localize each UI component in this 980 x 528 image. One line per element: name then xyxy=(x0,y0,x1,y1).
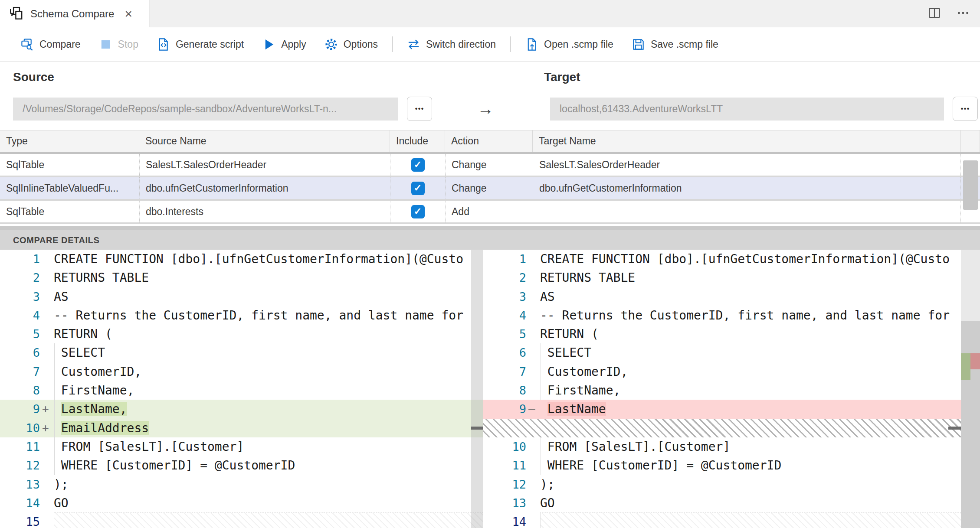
code-text: LastName, xyxy=(54,400,483,418)
diff-added-line[interactable]: 9+ LastName, xyxy=(0,400,483,418)
diff-code-line[interactable]: 12 WHERE [CustomerID] = @CustomerID xyxy=(0,456,483,475)
diff-code-line[interactable]: 10 FROM [SalesLT].[Customer] xyxy=(483,437,961,456)
diff-code-line[interactable]: 14GO xyxy=(0,494,483,512)
code-text: RETURN ( xyxy=(540,325,961,343)
cell-source-name: dbo.Interests xyxy=(139,201,390,222)
column-header-target-name[interactable]: Target Name xyxy=(533,130,961,152)
code-text: SELECT xyxy=(540,343,961,362)
table-row[interactable]: SqlTabledbo.Interests✓Add xyxy=(0,201,980,224)
split-editor-icon[interactable] xyxy=(927,6,942,22)
column-header-include[interactable]: Include xyxy=(390,130,445,152)
diff-marker xyxy=(40,306,54,325)
cell-include: ✓ xyxy=(390,154,445,176)
table-vertical-scrollbar[interactable] xyxy=(963,160,978,210)
target-path-input[interactable]: localhost,61433.AdventureWorksLTT xyxy=(550,98,944,121)
line-number: 3 xyxy=(0,287,40,306)
diff-code-line[interactable]: 7 CustomerID, xyxy=(483,362,961,381)
code-text: CustomerID, xyxy=(54,362,483,381)
diff-marker xyxy=(40,362,54,381)
editor-actions xyxy=(927,0,970,27)
tab-schema-compare[interactable]: Schema Compare × xyxy=(0,0,150,27)
diff-code-line[interactable]: 3AS xyxy=(0,287,483,306)
cell-source-name: SalesLT.SalesOrderHeader xyxy=(139,154,390,176)
code-text: FROM [SalesLT].[Customer] xyxy=(54,437,483,456)
diff-added-line[interactable]: 10+ EmailAddress xyxy=(0,419,483,437)
cell-include: ✓ xyxy=(390,177,445,199)
code-text: WHERE [CustomerID] = @CustomerID xyxy=(54,456,483,475)
toolbar-apply-button[interactable]: Apply xyxy=(253,27,315,61)
diff-target-pane[interactable]: 1CREATE FUNCTION [dbo].[ufnGetCustomerIn… xyxy=(483,250,961,528)
compare-details-header[interactable]: COMPARE DETAILS xyxy=(0,231,980,250)
diff-removed-line[interactable]: 9– LastName xyxy=(483,400,961,418)
diff-marker xyxy=(40,475,54,494)
close-icon[interactable]: × xyxy=(125,7,132,20)
diff-code-line[interactable]: 5RETURN ( xyxy=(483,325,961,343)
diff-code-line[interactable]: 1CREATE FUNCTION [dbo].[ufnGetCustomerIn… xyxy=(0,250,483,268)
line-number: 13 xyxy=(483,494,526,512)
line-number: 5 xyxy=(0,325,40,343)
diff-code-line[interactable]: 4-- Returns the CustomerID, first name, … xyxy=(483,306,961,325)
diff-overview-ruler[interactable] xyxy=(961,250,980,528)
source-path-input[interactable]: /Volumes/Storage/CodeRepos/sample-sandbo… xyxy=(13,98,398,121)
diff-code-line[interactable]: 4-- Returns the CustomerID, first name, … xyxy=(0,306,483,325)
toolbar-open-scmp-button[interactable]: Open .scmp file xyxy=(516,27,623,61)
diff-marker xyxy=(526,325,540,343)
diff-marker xyxy=(526,437,540,456)
include-checkbox[interactable]: ✓ xyxy=(411,205,425,218)
diff-code-line[interactable]: 7 CustomerID, xyxy=(0,362,483,381)
diff-code-line[interactable]: 6 SELECT xyxy=(483,343,961,362)
diff-code-line[interactable]: 11 FROM [SalesLT].[Customer] xyxy=(0,437,483,456)
toolbar-compare-button[interactable]: Compare xyxy=(11,27,90,61)
line-number: 5 xyxy=(483,325,526,343)
diff-code-line[interactable]: 2RETURNS TABLE xyxy=(0,268,483,287)
diff-code-line[interactable]: 2RETURNS TABLE xyxy=(483,268,961,287)
diff-code-line[interactable]: 13); xyxy=(0,475,483,494)
code-text: ); xyxy=(540,475,961,494)
overview-ruler-thumb[interactable] xyxy=(961,321,980,528)
line-number: 14 xyxy=(483,512,526,528)
table-row[interactable]: SqlInlineTableValuedFu...dbo.ufnGetCusto… xyxy=(0,177,980,201)
diff-code-line[interactable]: 13GO xyxy=(483,494,961,512)
diff-source-pane[interactable]: 1CREATE FUNCTION [dbo].[ufnGetCustomerIn… xyxy=(0,250,483,528)
diff-code-line[interactable]: 14 xyxy=(483,512,961,528)
diff-code-line[interactable]: 6 SELECT xyxy=(0,343,483,362)
include-checkbox[interactable]: ✓ xyxy=(411,158,425,172)
code-text: WHERE [CustomerID] = @CustomerID xyxy=(540,456,961,475)
diff-code-line[interactable]: 3AS xyxy=(483,287,961,306)
diff-marker xyxy=(526,456,540,475)
diff-marker xyxy=(526,512,540,528)
diff-code-line[interactable]: 15 xyxy=(0,512,483,528)
table-row[interactable]: SqlTableSalesLT.SalesOrderHeader✓ChangeS… xyxy=(0,154,980,177)
open-file-icon xyxy=(525,38,538,51)
line-number: 8 xyxy=(483,381,526,400)
code-text: -- Returns the CustomerID, first name, a… xyxy=(540,306,961,325)
diff-code-line[interactable]: 1CREATE FUNCTION [dbo].[ufnGetCustomerIn… xyxy=(483,250,961,268)
toolbar-stop-button: Stop xyxy=(90,27,147,61)
diff-code-line[interactable]: 8 FirstName, xyxy=(0,381,483,400)
diff-code-line[interactable]: 12); xyxy=(483,475,961,494)
schema-compare-toolbar: CompareStopGenerate scriptApplyOptionsSw… xyxy=(0,27,980,62)
toolbar-switch-direction-button[interactable]: Switch direction xyxy=(398,27,505,61)
column-header-type[interactable]: Type xyxy=(0,130,139,152)
source-pane-scrollbar[interactable] xyxy=(471,250,483,528)
diff-code-line[interactable]: 11 WHERE [CustomerID] = @CustomerID xyxy=(483,456,961,475)
toolbar-generate-script-button[interactable]: Generate script xyxy=(147,27,253,61)
include-checkbox[interactable]: ✓ xyxy=(411,182,425,195)
code-text: CustomerID, xyxy=(540,362,961,381)
table-horizontal-scrollbar[interactable] xyxy=(0,226,980,231)
diff-marker xyxy=(526,381,540,400)
column-header-action[interactable]: Action xyxy=(445,130,533,152)
diff-code-line[interactable]: 8 FirstName, xyxy=(483,381,961,400)
toolbar-save-scmp-button[interactable]: Save .scmp file xyxy=(623,27,728,61)
toolbar-options-button[interactable]: Options xyxy=(315,27,387,61)
column-header-source-name[interactable]: Source Name xyxy=(139,130,390,152)
code-text: EmailAddress xyxy=(54,419,483,437)
source-browse-button[interactable]: ••• xyxy=(407,97,432,121)
diff-code-line[interactable]: 5RETURN ( xyxy=(0,325,483,343)
cell-target-name xyxy=(533,201,961,222)
diff-marker: + xyxy=(40,400,54,418)
changed-word-highlight: EmailAddress xyxy=(61,421,149,435)
more-actions-icon[interactable] xyxy=(956,6,970,22)
line-number: 4 xyxy=(483,306,526,325)
target-browse-button[interactable]: ••• xyxy=(953,97,978,121)
